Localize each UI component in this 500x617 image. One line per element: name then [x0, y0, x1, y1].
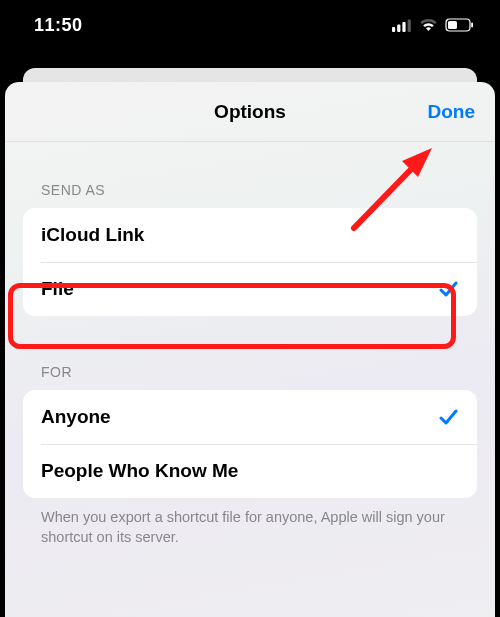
nav-bar: Options Done	[5, 82, 495, 142]
svg-rect-3	[408, 19, 411, 32]
row-icloud-link[interactable]: iCloud Link	[23, 208, 477, 262]
content: SEND AS iCloud Link File FOR Anyone Peop…	[5, 142, 495, 617]
row-label: People Who Know Me	[41, 460, 238, 482]
wifi-icon	[419, 18, 438, 32]
status-time: 11:50	[34, 15, 83, 36]
status-icons	[392, 18, 474, 32]
checkmark-icon	[437, 406, 459, 428]
row-label: Anyone	[41, 406, 111, 428]
section-header-send-as: SEND AS	[23, 142, 477, 208]
row-label: iCloud Link	[41, 224, 144, 246]
row-people-who-know-me[interactable]: People Who Know Me	[23, 444, 477, 498]
row-anyone[interactable]: Anyone	[23, 390, 477, 444]
row-label: File	[41, 278, 74, 300]
cellular-icon	[392, 19, 412, 32]
options-sheet: Options Done SEND AS iCloud Link File FO…	[5, 82, 495, 617]
svg-rect-5	[448, 21, 457, 29]
svg-rect-1	[397, 24, 400, 32]
svg-rect-0	[392, 27, 395, 32]
for-group: Anyone People Who Know Me	[23, 390, 477, 498]
send-as-group: iCloud Link File	[23, 208, 477, 316]
footer-text: When you export a shortcut file for anyo…	[23, 498, 477, 547]
status-bar: 11:50	[0, 0, 500, 50]
row-file[interactable]: File	[23, 262, 477, 316]
done-button[interactable]: Done	[428, 101, 476, 123]
battery-icon	[445, 18, 474, 32]
page-title: Options	[214, 101, 286, 123]
section-header-for: FOR	[23, 316, 477, 390]
svg-rect-6	[471, 23, 473, 28]
svg-rect-2	[402, 22, 405, 32]
checkmark-icon	[437, 278, 459, 300]
